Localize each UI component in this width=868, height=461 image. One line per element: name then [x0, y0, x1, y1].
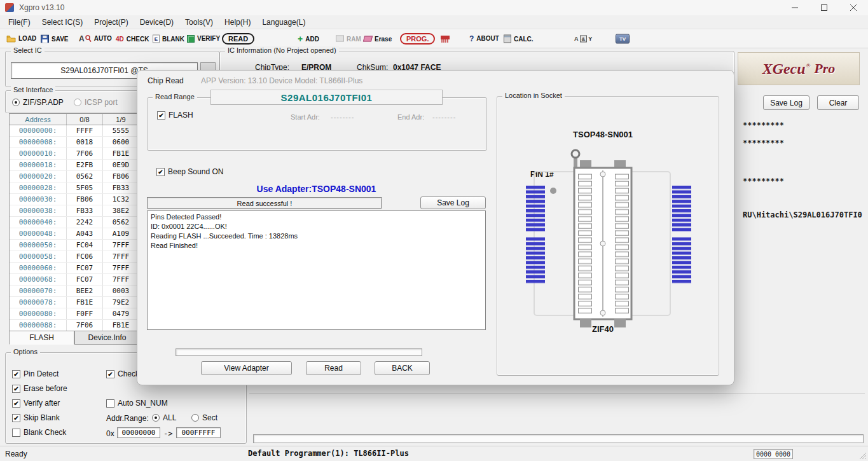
options-label: Options — [11, 348, 40, 355]
maximize-button[interactable] — [809, 0, 839, 15]
app-icon — [5, 3, 14, 12]
auto-button[interactable]: A AUTO — [79, 34, 112, 43]
tab-flash-label: FLASH — [29, 333, 54, 342]
logic-button[interactable]: A & Y — [574, 35, 592, 42]
erase-button[interactable]: Erase — [364, 35, 392, 42]
window-controls — [780, 0, 868, 15]
hex-value: 7FFF — [103, 274, 139, 285]
menu-item[interactable]: Project(P) — [88, 17, 134, 28]
status-programmer: Default Programmer(1): TL866II-Plus — [248, 449, 409, 458]
dialog-save-log-button[interactable]: Save Log — [420, 196, 486, 209]
view-adapter-button[interactable]: View Adapter — [201, 361, 292, 375]
close-button[interactable] — [839, 0, 868, 15]
checkbox-icon — [106, 399, 114, 408]
hex-address: 00000000: — [10, 125, 67, 136]
beep-checkbox[interactable]: Beep Sound ON — [156, 167, 223, 176]
dialog-save-log-label: Save Log — [437, 198, 469, 207]
read-button[interactable]: READ — [222, 33, 254, 45]
logic-gate: & — [580, 35, 588, 42]
dialog-log-line: Reading FLASH ...Succeeded. Time : 13828… — [151, 231, 482, 241]
dialog-read-label: Read — [324, 364, 343, 373]
hex-value: 7FFF — [103, 263, 139, 273]
addr-range-all-radio[interactable]: ALL — [152, 413, 176, 422]
load-button[interactable]: LOAD — [6, 35, 36, 43]
flash-checkbox[interactable]: FLASH — [157, 111, 193, 120]
menu-item[interactable]: Help(H) — [219, 17, 256, 28]
range-to-input[interactable] — [176, 427, 221, 438]
menu-item[interactable]: Tools(V) — [179, 17, 219, 28]
add-button[interactable]: + ADD — [298, 35, 319, 42]
save-log-button[interactable]: Save Log — [763, 95, 809, 110]
blank-icon: E — [153, 34, 160, 43]
tv-button[interactable]: TV — [616, 34, 630, 43]
verify-button[interactable]: VERIFY — [187, 35, 220, 43]
hex-row: 00000048: A043 A109 — [10, 228, 139, 240]
tab-flash[interactable]: FLASH — [9, 331, 74, 345]
close-icon — [850, 4, 857, 11]
addr-range-label: Addr.Range: — [106, 414, 149, 423]
back-label: BACK — [392, 364, 413, 373]
menu-item[interactable]: Select IC(S) — [36, 17, 89, 28]
hex-value: 5555 — [103, 125, 139, 136]
back-button[interactable]: BACK — [375, 361, 430, 375]
range-from-input[interactable] — [117, 427, 160, 438]
about-button[interactable]: ? ABOUT — [469, 34, 499, 43]
hex-address: 00000088: — [10, 320, 67, 331]
verify-after-checkbox[interactable]: Verify after — [12, 399, 60, 408]
clear-button[interactable]: Clear — [817, 95, 859, 110]
erase-before-checkbox[interactable]: Erase before — [12, 384, 67, 393]
blank-button[interactable]: E BLANK — [153, 34, 184, 43]
hex-prefix-label: 0x — [106, 429, 114, 438]
beep-checkbox-label: Beep Sound ON — [168, 167, 223, 176]
logic-icon: A & Y — [574, 35, 592, 42]
menu-item[interactable]: Language(L) — [256, 17, 311, 28]
socket-diagram — [497, 97, 720, 376]
hex-value: FB06 — [103, 171, 139, 182]
hex-value: 7FFF — [103, 240, 139, 251]
toolbar: LOAD SAVE A AUTO 4D CHECK E BLANK VERIFY… — [0, 29, 868, 48]
hex-value: FC04 — [67, 240, 103, 251]
zif-radio-label: ZIF/SP.ADP — [23, 98, 64, 107]
calc-button[interactable]: CALC. — [504, 34, 534, 43]
hex-address: 00000050: — [10, 240, 67, 251]
hex-table[interactable]: Address 0/8 1/9 00000000: FFFF 5555 0000… — [9, 113, 140, 332]
radio-icon — [12, 99, 20, 106]
pin-detect-checkbox[interactable]: Pin Detect — [12, 369, 59, 378]
read-status-bar: Read successful ! — [147, 197, 382, 209]
hex-value: FB06 — [67, 194, 103, 205]
check-checkbox[interactable]: Check — [106, 369, 139, 378]
zif-radio[interactable]: ZIF/SP.ADP — [12, 98, 64, 107]
minimize-button[interactable] — [780, 0, 809, 15]
icsp-radio[interactable]: ICSP port — [74, 98, 118, 107]
menu-item[interactable]: Device(D) — [134, 17, 179, 28]
flash-checkbox-label: FLASH — [169, 111, 193, 120]
check-button[interactable]: 4D CHECK — [116, 35, 149, 42]
tab-device-info[interactable]: Device.Info — [74, 331, 140, 345]
hex-row: 00000068: FC07 7FFF — [10, 274, 139, 286]
resize-grip[interactable] — [860, 453, 866, 459]
titlebar: Xgpro v13.10 — [0, 0, 868, 15]
hex-address: 00000008: — [10, 137, 67, 148]
hex-value: 7F06 — [67, 148, 103, 159]
hex-value: FFFF — [67, 125, 103, 136]
dialog-log-area[interactable]: Pins Detected Passed!ID: 0x0001 22C4....… — [147, 210, 486, 330]
save-button[interactable]: SAVE — [41, 34, 69, 43]
verify-icon — [187, 35, 195, 43]
blank-check-checkbox[interactable]: Blank Check — [12, 428, 66, 437]
checkbox-icon — [12, 414, 20, 422]
hex-value: FB33 — [67, 205, 103, 216]
dialog-read-button[interactable]: Read — [306, 361, 361, 375]
hex-value: 0600 — [103, 137, 139, 148]
dialog-log-line: Read Finished! — [151, 241, 482, 251]
hex-value: 0003 — [103, 286, 139, 296]
addr-range-sect-radio[interactable]: Sect — [191, 413, 217, 422]
ram-button[interactable]: RAM — [336, 35, 361, 42]
prog-button[interactable]: PROG. — [400, 33, 435, 45]
auto-sn-checkbox[interactable]: Auto SN_NUM — [106, 399, 168, 408]
hex-row: 00000058: FC06 7FFF — [10, 251, 139, 263]
about-label: ABOUT — [476, 35, 499, 42]
skip-blank-checkbox[interactable]: Skip Blank — [12, 413, 60, 422]
menu-item[interactable]: File(F) — [3, 17, 36, 28]
chip-button[interactable] — [440, 34, 450, 43]
hex-row: 00000050: FC04 7FFF — [10, 240, 139, 251]
